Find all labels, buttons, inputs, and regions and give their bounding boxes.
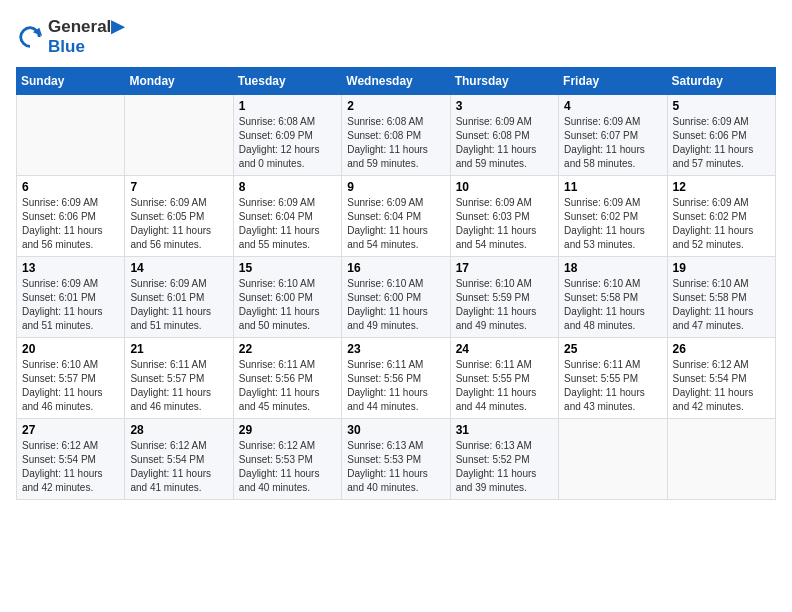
day-number: 25 [564,342,661,356]
day-info: Sunrise: 6:13 AM Sunset: 5:53 PM Dayligh… [347,439,444,495]
day-number: 9 [347,180,444,194]
day-number: 17 [456,261,553,275]
day-info: Sunrise: 6:12 AM Sunset: 5:54 PM Dayligh… [673,358,770,414]
day-info: Sunrise: 6:10 AM Sunset: 5:58 PM Dayligh… [673,277,770,333]
day-number: 2 [347,99,444,113]
day-number: 30 [347,423,444,437]
calendar-cell: 22Sunrise: 6:11 AM Sunset: 5:56 PM Dayli… [233,338,341,419]
calendar-cell: 8Sunrise: 6:09 AM Sunset: 6:04 PM Daylig… [233,176,341,257]
day-info: Sunrise: 6:09 AM Sunset: 6:02 PM Dayligh… [564,196,661,252]
day-number: 23 [347,342,444,356]
calendar-cell: 9Sunrise: 6:09 AM Sunset: 6:04 PM Daylig… [342,176,450,257]
day-info: Sunrise: 6:09 AM Sunset: 6:02 PM Dayligh… [673,196,770,252]
calendar-cell: 31Sunrise: 6:13 AM Sunset: 5:52 PM Dayli… [450,419,558,500]
day-info: Sunrise: 6:12 AM Sunset: 5:53 PM Dayligh… [239,439,336,495]
day-info: Sunrise: 6:09 AM Sunset: 6:08 PM Dayligh… [456,115,553,171]
calendar-cell: 28Sunrise: 6:12 AM Sunset: 5:54 PM Dayli… [125,419,233,500]
day-info: Sunrise: 6:10 AM Sunset: 5:57 PM Dayligh… [22,358,119,414]
calendar-cell [17,95,125,176]
calendar-cell: 2Sunrise: 6:08 AM Sunset: 6:08 PM Daylig… [342,95,450,176]
day-info: Sunrise: 6:11 AM Sunset: 5:55 PM Dayligh… [456,358,553,414]
day-number: 18 [564,261,661,275]
calendar-cell: 18Sunrise: 6:10 AM Sunset: 5:58 PM Dayli… [559,257,667,338]
calendar-cell [125,95,233,176]
day-info: Sunrise: 6:09 AM Sunset: 6:06 PM Dayligh… [673,115,770,171]
calendar-cell: 14Sunrise: 6:09 AM Sunset: 6:01 PM Dayli… [125,257,233,338]
day-number: 13 [22,261,119,275]
weekday-saturday: Saturday [667,68,775,95]
calendar-cell: 12Sunrise: 6:09 AM Sunset: 6:02 PM Dayli… [667,176,775,257]
day-number: 10 [456,180,553,194]
calendar-cell: 11Sunrise: 6:09 AM Sunset: 6:02 PM Dayli… [559,176,667,257]
logo-text: General▶ Blue [48,16,124,57]
day-info: Sunrise: 6:08 AM Sunset: 6:09 PM Dayligh… [239,115,336,171]
day-info: Sunrise: 6:10 AM Sunset: 6:00 PM Dayligh… [239,277,336,333]
logo: General▶ Blue [16,16,124,57]
day-number: 12 [673,180,770,194]
day-number: 1 [239,99,336,113]
day-info: Sunrise: 6:09 AM Sunset: 6:01 PM Dayligh… [22,277,119,333]
day-number: 14 [130,261,227,275]
day-info: Sunrise: 6:09 AM Sunset: 6:01 PM Dayligh… [130,277,227,333]
calendar-cell: 15Sunrise: 6:10 AM Sunset: 6:00 PM Dayli… [233,257,341,338]
calendar-cell: 16Sunrise: 6:10 AM Sunset: 6:00 PM Dayli… [342,257,450,338]
day-info: Sunrise: 6:10 AM Sunset: 6:00 PM Dayligh… [347,277,444,333]
day-number: 28 [130,423,227,437]
day-info: Sunrise: 6:09 AM Sunset: 6:04 PM Dayligh… [239,196,336,252]
day-info: Sunrise: 6:09 AM Sunset: 6:04 PM Dayligh… [347,196,444,252]
day-info: Sunrise: 6:09 AM Sunset: 6:06 PM Dayligh… [22,196,119,252]
day-info: Sunrise: 6:13 AM Sunset: 5:52 PM Dayligh… [456,439,553,495]
day-info: Sunrise: 6:08 AM Sunset: 6:08 PM Dayligh… [347,115,444,171]
calendar-cell: 27Sunrise: 6:12 AM Sunset: 5:54 PM Dayli… [17,419,125,500]
calendar-cell: 13Sunrise: 6:09 AM Sunset: 6:01 PM Dayli… [17,257,125,338]
day-info: Sunrise: 6:11 AM Sunset: 5:57 PM Dayligh… [130,358,227,414]
day-number: 7 [130,180,227,194]
day-number: 31 [456,423,553,437]
calendar-week-3: 13Sunrise: 6:09 AM Sunset: 6:01 PM Dayli… [17,257,776,338]
calendar-cell: 1Sunrise: 6:08 AM Sunset: 6:09 PM Daylig… [233,95,341,176]
calendar-cell: 23Sunrise: 6:11 AM Sunset: 5:56 PM Dayli… [342,338,450,419]
day-number: 22 [239,342,336,356]
day-number: 24 [456,342,553,356]
calendar-cell: 19Sunrise: 6:10 AM Sunset: 5:58 PM Dayli… [667,257,775,338]
calendar-cell: 30Sunrise: 6:13 AM Sunset: 5:53 PM Dayli… [342,419,450,500]
calendar-cell: 20Sunrise: 6:10 AM Sunset: 5:57 PM Dayli… [17,338,125,419]
calendar-cell: 24Sunrise: 6:11 AM Sunset: 5:55 PM Dayli… [450,338,558,419]
calendar-cell: 5Sunrise: 6:09 AM Sunset: 6:06 PM Daylig… [667,95,775,176]
day-number: 15 [239,261,336,275]
day-number: 29 [239,423,336,437]
calendar-cell: 7Sunrise: 6:09 AM Sunset: 6:05 PM Daylig… [125,176,233,257]
calendar-week-1: 1Sunrise: 6:08 AM Sunset: 6:09 PM Daylig… [17,95,776,176]
calendar-cell [667,419,775,500]
day-number: 8 [239,180,336,194]
day-info: Sunrise: 6:11 AM Sunset: 5:56 PM Dayligh… [239,358,336,414]
day-number: 21 [130,342,227,356]
day-info: Sunrise: 6:09 AM Sunset: 6:07 PM Dayligh… [564,115,661,171]
day-info: Sunrise: 6:09 AM Sunset: 6:03 PM Dayligh… [456,196,553,252]
calendar-cell: 3Sunrise: 6:09 AM Sunset: 6:08 PM Daylig… [450,95,558,176]
day-number: 4 [564,99,661,113]
calendar-cell: 17Sunrise: 6:10 AM Sunset: 5:59 PM Dayli… [450,257,558,338]
weekday-thursday: Thursday [450,68,558,95]
weekday-header-row: SundayMondayTuesdayWednesdayThursdayFrid… [17,68,776,95]
day-info: Sunrise: 6:12 AM Sunset: 5:54 PM Dayligh… [22,439,119,495]
calendar-cell: 4Sunrise: 6:09 AM Sunset: 6:07 PM Daylig… [559,95,667,176]
weekday-tuesday: Tuesday [233,68,341,95]
day-number: 3 [456,99,553,113]
day-number: 19 [673,261,770,275]
page-header: General▶ Blue [16,16,776,57]
day-info: Sunrise: 6:10 AM Sunset: 5:59 PM Dayligh… [456,277,553,333]
calendar-cell: 21Sunrise: 6:11 AM Sunset: 5:57 PM Dayli… [125,338,233,419]
day-info: Sunrise: 6:12 AM Sunset: 5:54 PM Dayligh… [130,439,227,495]
day-number: 11 [564,180,661,194]
weekday-friday: Friday [559,68,667,95]
day-number: 20 [22,342,119,356]
day-info: Sunrise: 6:10 AM Sunset: 5:58 PM Dayligh… [564,277,661,333]
calendar-cell: 6Sunrise: 6:09 AM Sunset: 6:06 PM Daylig… [17,176,125,257]
calendar-week-5: 27Sunrise: 6:12 AM Sunset: 5:54 PM Dayli… [17,419,776,500]
logo-icon [16,23,44,51]
day-info: Sunrise: 6:11 AM Sunset: 5:56 PM Dayligh… [347,358,444,414]
calendar-cell [559,419,667,500]
day-number: 6 [22,180,119,194]
weekday-wednesday: Wednesday [342,68,450,95]
